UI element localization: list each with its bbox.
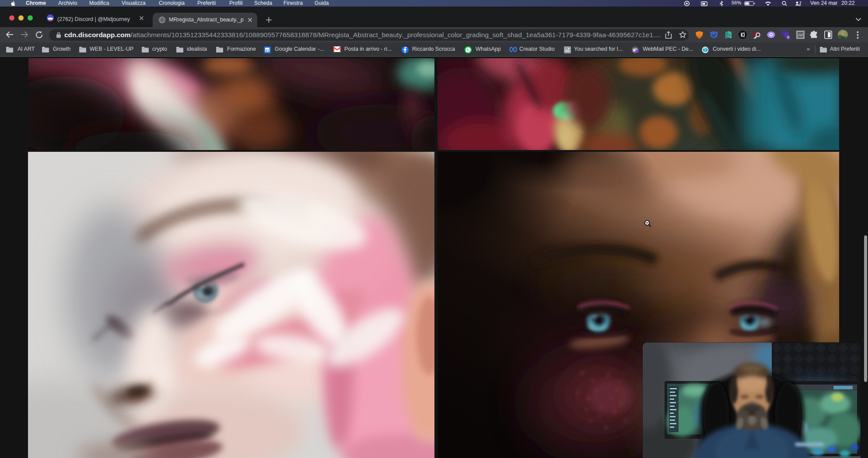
svg-text:31: 31 [266,49,270,52]
svg-text:5: 5 [788,36,789,39]
svg-text:AV: AV [798,33,803,37]
